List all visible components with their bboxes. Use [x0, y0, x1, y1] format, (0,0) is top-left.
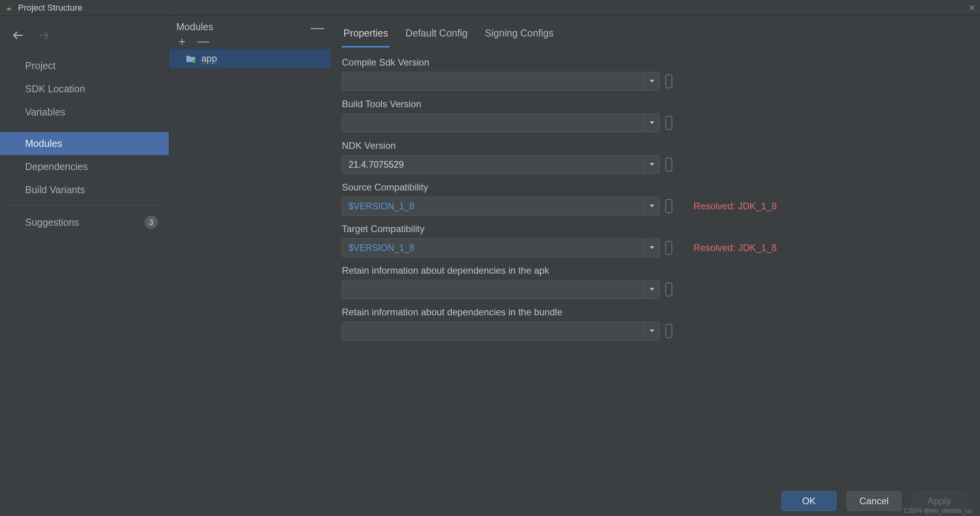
android-logo-icon	[5, 4, 13, 12]
form-area: Compile Sdk Version Build Tools Version	[332, 48, 980, 350]
ndk-combo[interactable]: 21.4.7075529	[342, 155, 660, 174]
sidebar-item-label: SDK Location	[25, 83, 85, 95]
resolved-label: Resolved: JDK_1_8	[693, 242, 777, 253]
field-source-compat: Source Compatibility $VERSION_1_8 Resolv…	[342, 182, 970, 216]
tabs: Properties Default Config Signing Config…	[332, 16, 980, 48]
sidebar-item-label: Dependencies	[25, 161, 88, 172]
folder-icon	[186, 54, 196, 63]
field-label: Target Compatibility	[342, 223, 970, 234]
modules-pane-header: Modules —	[169, 16, 331, 35]
field-retain-apk: Retain information about dependencies in…	[342, 265, 970, 299]
add-module-icon[interactable]: ＋	[176, 37, 188, 45]
sidebar-item-label: Project	[25, 60, 56, 71]
nav-back-icon[interactable]	[11, 28, 25, 42]
tab-signing-configs[interactable]: Signing Configs	[483, 23, 555, 47]
svg-point-1	[10, 9, 10, 9]
button-label: Cancel	[860, 496, 889, 507]
aux-button[interactable]	[665, 324, 672, 338]
combo-value: $VERSION_1_8	[349, 201, 644, 212]
module-item-label: app	[201, 53, 217, 64]
sidebar-item-label: Modules	[25, 138, 62, 149]
field-label: Retain information about dependencies in…	[342, 307, 970, 318]
sidebar: Project SDK Location Variables Modules D…	[0, 16, 169, 485]
sidebar-divider	[8, 128, 161, 128]
button-label: Apply	[927, 496, 951, 507]
aux-button[interactable]	[665, 199, 672, 213]
modules-toolbar: ＋ —	[169, 35, 331, 49]
sidebar-item-suggestions[interactable]: Suggestions 3	[0, 210, 169, 235]
window-title: Project Structure	[18, 3, 82, 13]
close-icon[interactable]: ✕	[969, 3, 975, 13]
button-label: OK	[802, 496, 816, 507]
field-label: Retain information about dependencies in…	[342, 265, 970, 276]
dialog-footer: OK Cancel Apply	[0, 485, 980, 516]
chevron-down-icon[interactable]	[644, 322, 659, 340]
svg-point-4	[192, 60, 195, 63]
chevron-down-icon[interactable]	[644, 72, 659, 90]
aux-button[interactable]	[665, 74, 672, 88]
sidebar-item-variables[interactable]: Variables	[0, 101, 169, 124]
chevron-down-icon[interactable]	[644, 197, 659, 215]
field-target-compat: Target Compatibility $VERSION_1_8 Resolv…	[342, 223, 970, 257]
combo-value: $VERSION_1_8	[349, 243, 644, 253]
field-label: Build Tools Version	[342, 99, 970, 110]
sidebar-item-label: Variables	[25, 106, 65, 118]
nav-arrows	[0, 21, 169, 54]
chevron-down-icon[interactable]	[644, 280, 659, 298]
minimize-icon[interactable]: —	[311, 25, 324, 29]
chevron-down-icon[interactable]	[644, 156, 659, 174]
svg-point-0	[8, 9, 8, 9]
sidebar-item-label: Build Variants	[25, 184, 85, 196]
field-compile-sdk: Compile Sdk Version	[342, 57, 970, 91]
field-build-tools: Build Tools Version	[342, 99, 970, 132]
field-label: Source Compatibility	[342, 182, 970, 193]
sidebar-item-sdk-location[interactable]: SDK Location	[0, 77, 169, 101]
watermark: CSDN @jim_dayday_up	[904, 507, 972, 514]
build-tools-combo[interactable]	[342, 113, 660, 132]
field-label: NDK Version	[342, 140, 970, 151]
aux-button[interactable]	[665, 157, 672, 172]
sidebar-item-label: Suggestions	[25, 217, 79, 228]
sidebar-item-dependencies[interactable]: Dependencies	[0, 155, 169, 178]
cancel-button[interactable]: Cancel	[847, 491, 902, 511]
module-item-app[interactable]: app	[169, 49, 331, 68]
field-ndk: NDK Version 21.4.7075529	[342, 140, 970, 174]
ok-button[interactable]: OK	[781, 491, 836, 511]
tab-properties[interactable]: Properties	[342, 23, 390, 48]
retain-bundle-combo[interactable]	[342, 322, 660, 340]
field-label: Compile Sdk Version	[342, 57, 970, 68]
titlebar: Project Structure ✕	[0, 0, 980, 16]
tab-default-config[interactable]: Default Config	[404, 23, 469, 47]
tab-label: Signing Configs	[485, 27, 553, 38]
aux-button[interactable]	[665, 282, 672, 296]
sidebar-item-project[interactable]: Project	[0, 54, 169, 77]
aux-button[interactable]	[665, 241, 672, 255]
tab-label: Default Config	[405, 27, 467, 38]
modules-header-label: Modules	[176, 21, 214, 33]
remove-module-icon[interactable]: —	[197, 37, 209, 45]
svg-line-3	[11, 6, 11, 7]
source-compat-combo[interactable]: $VERSION_1_8	[342, 197, 660, 216]
compile-sdk-combo[interactable]	[342, 72, 660, 91]
svg-line-2	[7, 6, 7, 7]
content-pane: Properties Default Config Signing Config…	[332, 16, 980, 485]
sidebar-item-build-variants[interactable]: Build Variants	[0, 178, 169, 201]
resolved-label: Resolved: JDK_1_8	[693, 201, 777, 212]
modules-pane: Modules — ＋ — app	[169, 16, 332, 485]
combo-value: 21.4.7075529	[349, 159, 644, 170]
chevron-down-icon[interactable]	[644, 114, 659, 132]
sidebar-divider	[8, 205, 161, 206]
sidebar-item-modules[interactable]: Modules	[0, 132, 169, 155]
nav-forward-icon	[37, 28, 51, 42]
field-retain-bundle: Retain information about dependencies in…	[342, 307, 970, 340]
target-compat-combo[interactable]: $VERSION_1_8	[342, 238, 660, 257]
chevron-down-icon[interactable]	[644, 239, 659, 257]
aux-button[interactable]	[665, 116, 672, 130]
tab-label: Properties	[343, 27, 388, 38]
suggestions-badge: 3	[144, 216, 158, 229]
retain-apk-combo[interactable]	[342, 280, 660, 299]
